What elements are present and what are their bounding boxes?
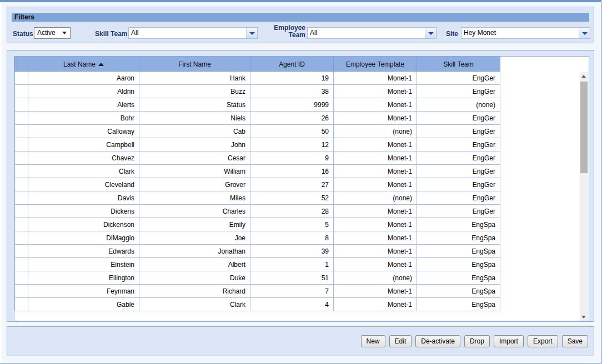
cell-last-name: Aaron [28,72,139,85]
table-row[interactable]: ChavezCesar9Monet-1EngGer [15,151,500,165]
cell-first-name: Miles [139,191,250,205]
cell-employee-template: Monet-1 [334,138,417,151]
row-selector-cell[interactable] [15,72,28,85]
drop-button[interactable]: Drop [464,335,490,347]
table-row[interactable]: DickensonEmily5Monet-1EngSpa [15,218,500,231]
chevron-down-icon [582,32,588,35]
table-row[interactable]: AlertsStatus9999Monet-1(none) [15,98,500,112]
table-row[interactable]: EinsteinAlbert1Monet-1EngSpa [15,258,500,271]
row-selector-cell[interactable] [15,125,28,138]
table-row[interactable]: AaronHank19Monet-1EngGer [15,72,500,85]
skill-team-combobox[interactable]: All [128,27,258,39]
cell-agent-id: 19 [250,72,334,85]
column-header-agent-id[interactable]: Agent ID [250,57,334,72]
cell-agent-id: 26 [250,112,334,125]
chevron-down-icon [428,32,434,35]
edit-button[interactable]: Edit [389,335,412,347]
table-row[interactable]: FeynmanRichard7Monet-1EngSpa [15,285,500,298]
skill-team-label: Skill Team [95,29,127,38]
cell-employee-template: Monet-1 [334,112,417,125]
cell-agent-id: 52 [250,191,334,205]
scrollbar-thumb[interactable] [580,82,588,173]
skill-team-dropdown-button[interactable] [246,28,257,38]
cell-first-name: William [139,165,250,178]
new-button[interactable]: New [361,335,385,347]
vertical-scrollbar[interactable] [580,72,588,321]
row-selector-cell[interactable] [15,231,28,245]
cell-employee-template: Monet-1 [334,85,417,98]
employees-grid: Last NameFirst NameAgent IDEmployee Temp… [14,56,589,321]
site-label: Site [446,29,458,38]
row-selector-cell[interactable] [15,85,28,98]
row-selector-cell[interactable] [15,191,28,205]
table-row[interactable]: DickensCharles28Monet-1EngGer [15,205,500,218]
row-selector-cell[interactable] [15,151,28,165]
de-activate-button[interactable]: De-activate [415,335,460,347]
row-selector-cell[interactable] [15,165,28,178]
import-button[interactable]: Import [494,335,524,347]
status-select[interactable]: Active [34,27,71,39]
cell-skill-team: EngGer [417,72,500,85]
column-header-skill-team[interactable]: Skill Team [417,57,500,72]
cell-last-name: Feynman [28,285,139,298]
window-left-edge [0,2,2,363]
status-label: Status [13,29,33,38]
table-row[interactable]: ClevelandGrover27Monet-1EngGer [15,178,500,191]
row-selector-cell[interactable] [15,178,28,191]
employees-table: Last NameFirst NameAgent IDEmployee Temp… [14,57,500,311]
column-header-first-name[interactable]: First Name [139,57,250,72]
cell-last-name: Clark [28,165,139,178]
column-header-last-name[interactable]: Last Name [28,57,139,72]
site-dropdown-button[interactable] [579,28,590,38]
column-header-employee-template[interactable]: Employee Template [334,57,417,72]
column-header-label: First Name [178,60,211,68]
cell-skill-team: EngSpa [417,218,500,231]
site-combobox[interactable]: Hey Monet [461,27,590,39]
table-row[interactable]: CallowayCab50(none)EngGer [15,125,500,138]
table-row[interactable]: EllingtonDuke51(none)EngSpa [15,271,500,285]
scroll-up-button[interactable] [580,72,588,80]
table-row[interactable]: DiMaggioJoe8Monet-1EngSpa [15,231,500,245]
scroll-down-button[interactable] [580,312,588,321]
row-selector-cell[interactable] [15,98,28,112]
table-row[interactable]: AldrinBuzz38Monet-1EngGer [15,85,500,98]
table-row[interactable]: CampbellJohn12Monet-1EngGer [15,138,500,151]
row-selector-cell[interactable] [15,271,28,285]
table-row[interactable]: ClarkWilliam16Monet-1EngGer [15,165,500,178]
employee-team-dropdown-button[interactable] [425,28,436,38]
actions-row: NewEditDe-activateDropImportExportSave [361,335,588,347]
cell-skill-team: EngSpa [417,245,500,258]
row-selector-cell[interactable] [15,245,28,258]
employee-team-combobox[interactable]: All [307,27,437,39]
row-selector-cell[interactable] [15,138,28,151]
save-button[interactable]: Save [562,335,588,347]
cell-first-name: Buzz [139,85,250,98]
column-header-label: Last Name [63,60,96,68]
cell-agent-id: 27 [250,178,334,191]
table-row[interactable]: GableClark4Monet-1EngSpa [15,298,500,311]
cell-first-name: Jonathan [139,245,250,258]
cell-skill-team: EngGer [417,125,500,138]
row-selector-cell[interactable] [15,298,28,311]
table-row[interactable]: DavisMiles52(none)EngGer [15,191,500,205]
row-selector-cell[interactable] [15,205,28,218]
cell-last-name: Einstein [28,258,139,271]
cell-first-name: Hank [139,72,250,85]
cell-last-name: Davis [28,191,139,205]
cell-last-name: Dickenson [28,218,139,231]
row-selector-header [15,57,28,72]
export-button[interactable]: Export [528,335,558,347]
row-selector-cell[interactable] [15,285,28,298]
cell-last-name: Dickens [28,205,139,218]
row-selector-cell[interactable] [15,218,28,231]
cell-last-name: Cleveland [28,178,139,191]
cell-employee-template: (none) [334,271,417,285]
table-row[interactable]: BohrNiels26Monet-1EngGer [15,112,500,125]
cell-skill-team: EngSpa [417,298,500,311]
cell-skill-team: EngGer [417,165,500,178]
chevron-down-icon [249,32,255,35]
table-row[interactable]: EdwardsJonathan39Monet-1EngSpa [15,245,500,258]
row-selector-cell[interactable] [15,258,28,271]
row-selector-cell[interactable] [15,112,28,125]
cell-last-name: Ellington [28,271,139,285]
